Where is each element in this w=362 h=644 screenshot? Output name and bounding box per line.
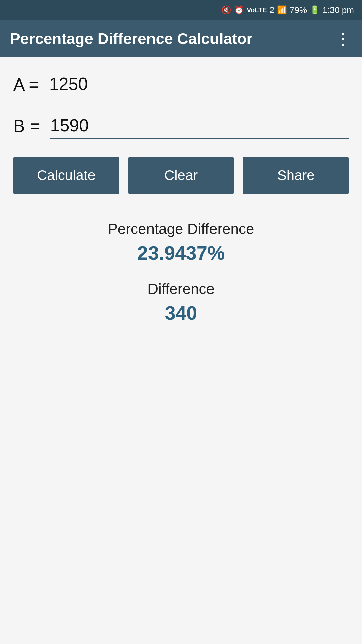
sim-icon: 2	[270, 5, 274, 15]
input-b-label: B =	[13, 116, 40, 139]
app-bar: Percentage Difference Calculator ⋮	[0, 20, 362, 57]
overflow-menu-icon[interactable]: ⋮	[335, 29, 352, 48]
difference-label: Difference	[147, 281, 215, 298]
battery-icon: 🔋	[310, 5, 320, 15]
results-section: Percentage Difference 23.9437% Differenc…	[13, 214, 349, 324]
input-a-label: A =	[13, 74, 39, 97]
input-b-row: B =	[13, 115, 349, 140]
clear-button[interactable]: Clear	[128, 157, 234, 194]
lte-icon: VoLTE	[247, 6, 267, 14]
input-a-row: A =	[13, 74, 349, 99]
status-icons: 🔇 ⏰ VoLTE 2 📶 79% 🔋 1:30 pm	[221, 5, 354, 15]
difference-value: 340	[165, 302, 197, 324]
alarm-icon: ⏰	[234, 5, 244, 15]
buttons-row: Calculate Clear Share	[13, 157, 349, 194]
calculate-button[interactable]: Calculate	[13, 157, 119, 194]
percentage-difference-label: Percentage Difference	[108, 221, 254, 237]
input-b-field[interactable]	[50, 115, 349, 139]
status-bar: 🔇 ⏰ VoLTE 2 📶 79% 🔋 1:30 pm	[0, 0, 362, 20]
input-a-field[interactable]	[49, 74, 349, 97]
percentage-difference-value: 23.9437%	[137, 241, 225, 264]
signal-icon: 📶	[277, 5, 287, 15]
share-button[interactable]: Share	[243, 157, 349, 194]
time-display: 1:30 pm	[322, 5, 354, 15]
app-title: Percentage Difference Calculator	[10, 30, 253, 48]
mute-icon: 🔇	[221, 5, 231, 15]
main-content: A = B = Calculate Clear Share Percentage…	[0, 57, 362, 644]
battery-text: 79%	[290, 5, 307, 15]
